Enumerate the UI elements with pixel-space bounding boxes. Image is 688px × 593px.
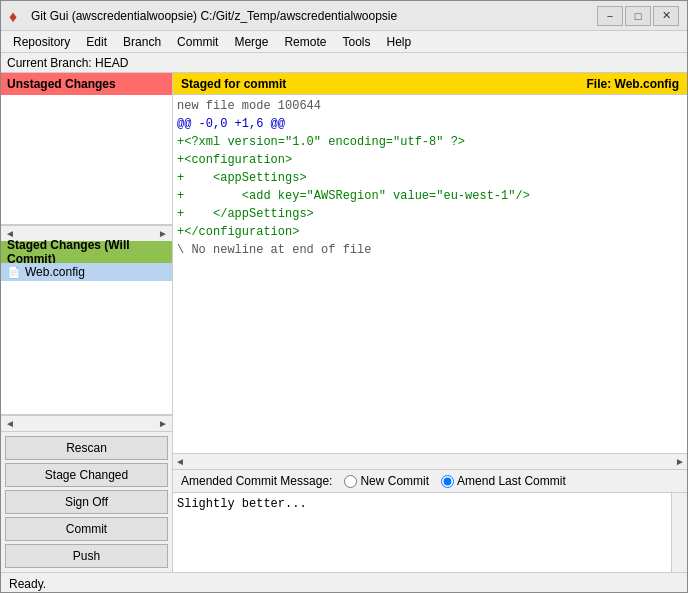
staged-list[interactable]: 📄 Web.config xyxy=(1,263,172,415)
menu-remote[interactable]: Remote xyxy=(276,33,334,51)
app-icon: ♦ xyxy=(9,8,25,24)
sign-off-button[interactable]: Sign Off xyxy=(5,490,168,514)
commit-type-radio-group: New Commit Amend Last Commit xyxy=(344,474,565,488)
diff-header: Staged for commit File: Web.config xyxy=(173,73,687,95)
main-area: Unstaged Changes ◄ ► Staged Changes (Wil… xyxy=(1,73,687,572)
diff-line: +<?xml version="1.0" encoding="utf-8" ?> xyxy=(177,133,683,151)
status-text: Ready. xyxy=(9,577,46,591)
radio-new-input[interactable] xyxy=(344,475,357,488)
menu-commit[interactable]: Commit xyxy=(169,33,226,51)
diff-file-info: File: Web.config xyxy=(587,77,679,91)
titlebar: ♦ Git Gui (awscredentialwoopsie) C:/Git/… xyxy=(1,1,687,31)
diff-hscroll: ◄ ► xyxy=(173,453,687,469)
push-button[interactable]: Push xyxy=(5,544,168,568)
staged-hscroll: ◄ ► xyxy=(1,415,172,431)
scroll-right-icon2[interactable]: ► xyxy=(158,418,168,429)
right-panel: Staged for commit File: Web.config new f… xyxy=(173,73,687,572)
stage-changed-button[interactable]: Stage Changed xyxy=(5,463,168,487)
title-text: Git Gui (awscredentialwoopsie) C:/Git/z_… xyxy=(31,9,597,23)
scroll-left-icon2[interactable]: ◄ xyxy=(5,418,15,429)
commit-area: Amended Commit Message: New Commit Amend… xyxy=(173,469,687,572)
menu-merge[interactable]: Merge xyxy=(226,33,276,51)
diff-scroll-left-icon[interactable]: ◄ xyxy=(175,456,185,467)
diff-line: +<configuration> xyxy=(177,151,683,169)
maximize-button[interactable]: □ xyxy=(625,6,651,26)
list-item[interactable]: 📄 Web.config xyxy=(1,263,172,281)
staged-header: Staged Changes (Will Commit) xyxy=(1,241,172,263)
menubar: Repository Edit Branch Commit Merge Remo… xyxy=(1,31,687,53)
menu-repository[interactable]: Repository xyxy=(5,33,78,51)
diff-area[interactable]: new file mode 100644 @@ -0,0 +1,6 @@ +<?… xyxy=(173,95,687,453)
unstaged-header: Unstaged Changes xyxy=(1,73,172,95)
diff-line: +</configuration> xyxy=(177,223,683,241)
radio-amend-label: Amend Last Commit xyxy=(457,474,566,488)
branch-label: Current Branch: xyxy=(7,56,92,70)
diff-line: + <add key="AWSRegion" value="eu-west-1"… xyxy=(177,187,683,205)
radio-new-commit[interactable]: New Commit xyxy=(344,474,429,488)
statusbar: Ready. xyxy=(1,572,687,593)
diff-line: + <appSettings> xyxy=(177,169,683,187)
diff-line: @@ -0,0 +1,6 @@ xyxy=(177,115,683,133)
menu-branch[interactable]: Branch xyxy=(115,33,169,51)
commit-button[interactable]: Commit xyxy=(5,517,168,541)
close-button[interactable]: ✕ xyxy=(653,6,679,26)
commit-message-label: Amended Commit Message: xyxy=(181,474,332,488)
radio-amend-input[interactable] xyxy=(441,475,454,488)
radio-amend-commit[interactable]: Amend Last Commit xyxy=(441,474,566,488)
diff-line: \ No newline at end of file xyxy=(177,241,683,259)
commit-label-row: Amended Commit Message: New Commit Amend… xyxy=(173,470,687,492)
left-panel: Unstaged Changes ◄ ► Staged Changes (Wil… xyxy=(1,73,173,572)
diff-line: new file mode 100644 xyxy=(177,97,683,115)
diff-line: + </appSettings> xyxy=(177,205,683,223)
file-icon: 📄 xyxy=(7,266,21,279)
minimize-button[interactable]: − xyxy=(597,6,623,26)
menu-tools[interactable]: Tools xyxy=(334,33,378,51)
branch-name: HEAD xyxy=(95,56,128,70)
staged-for-commit-label: Staged for commit xyxy=(181,77,286,91)
diff-scroll-right-icon[interactable]: ► xyxy=(675,456,685,467)
unstaged-list[interactable] xyxy=(1,95,172,225)
window-controls: − □ ✕ xyxy=(597,6,679,26)
commit-message-row xyxy=(173,492,687,572)
menu-help[interactable]: Help xyxy=(378,33,419,51)
radio-new-label: New Commit xyxy=(360,474,429,488)
rescan-button[interactable]: Rescan xyxy=(5,436,168,460)
commit-message-input[interactable] xyxy=(173,493,671,572)
branch-bar: Current Branch: HEAD xyxy=(1,53,687,73)
commit-vscroll xyxy=(671,493,687,572)
staged-filename: Web.config xyxy=(25,265,85,279)
button-area: Rescan Stage Changed Sign Off Commit Pus… xyxy=(1,431,172,572)
menu-edit[interactable]: Edit xyxy=(78,33,115,51)
